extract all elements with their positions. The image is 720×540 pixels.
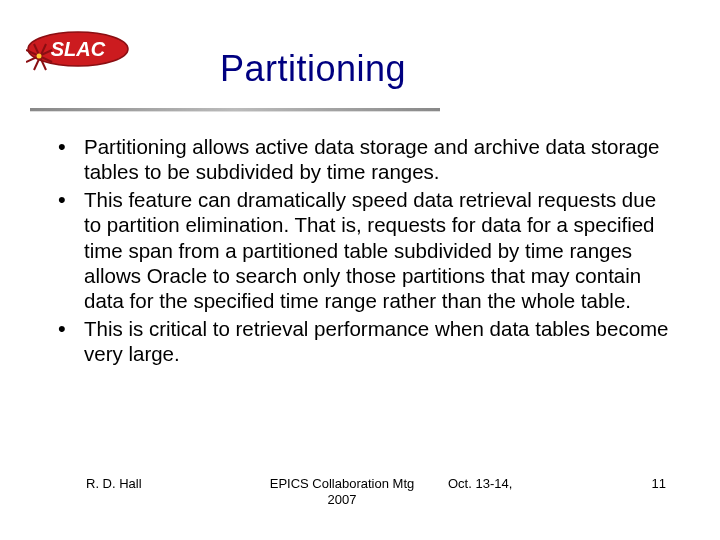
title-underline [30, 108, 440, 112]
footer-event-line1: EPICS Collaboration Mtg [270, 476, 415, 491]
body: Partitioning allows active data storage … [48, 134, 672, 369]
slide-title: Partitioning [220, 48, 720, 94]
footer: R. D. Hall EPICS Collaboration Mtg 2007 … [0, 476, 720, 512]
bullet-item: This is critical to retrieval performanc… [48, 316, 672, 367]
footer-date: Oct. 13-14, [448, 476, 512, 491]
footer-event: EPICS Collaboration Mtg 2007 [252, 476, 432, 507]
footer-author: R. D. Hall [86, 476, 142, 491]
title-area: Partitioning [0, 48, 720, 94]
bullet-list: Partitioning allows active data storage … [48, 134, 672, 367]
bullet-item: This feature can dramatically speed data… [48, 187, 672, 314]
bullet-item: Partitioning allows active data storage … [48, 134, 672, 185]
footer-page-number: 11 [652, 476, 666, 491]
slide: SLAC Partitioning Partitioning allows ac… [0, 0, 720, 540]
footer-event-line2: 2007 [328, 492, 357, 507]
